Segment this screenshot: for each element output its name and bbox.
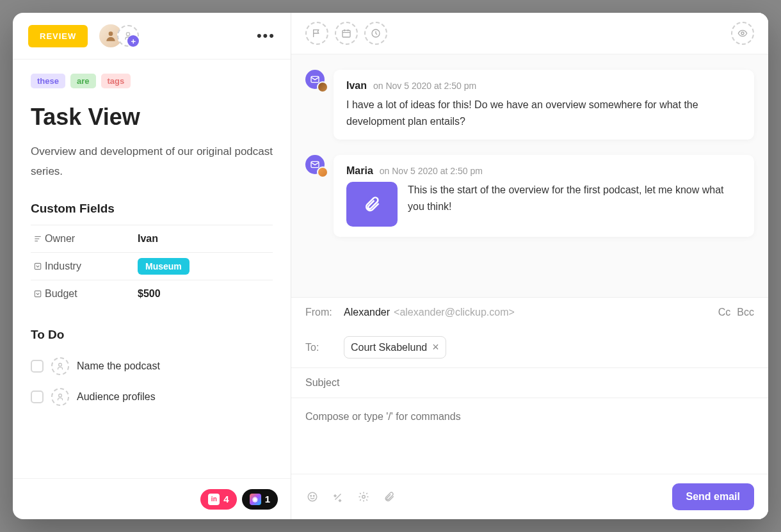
tag[interactable]: these bbox=[31, 74, 65, 88]
todo-heading: To Do bbox=[31, 328, 273, 342]
figma-count: 1 bbox=[265, 494, 270, 504]
left-header: REVIEW + ••• bbox=[13, 13, 291, 60]
compose-footer: Send email bbox=[291, 474, 768, 519]
plus-icon: + bbox=[127, 35, 139, 47]
left-pane: REVIEW + ••• these are tags Task View Ov… bbox=[13, 13, 291, 519]
message-meta: on Nov 5 2020 at 2:50 pm bbox=[373, 81, 476, 91]
message-avatar bbox=[305, 155, 325, 174]
message-body: I have a lot of ideas for this! Do we ha… bbox=[346, 97, 741, 129]
message: Ivan on Nov 5 2020 at 2:50 pm I have a l… bbox=[305, 70, 754, 140]
svg-point-19 bbox=[314, 496, 315, 497]
user-avatar-mini bbox=[317, 166, 328, 178]
custom-field-row: Industry Museum bbox=[31, 252, 273, 280]
invision-chip[interactable]: in 4 bbox=[200, 489, 236, 510]
svg-point-17 bbox=[308, 492, 317, 501]
industry-pill[interactable]: Museum bbox=[138, 258, 189, 275]
todo-item: Audience profiles bbox=[31, 382, 273, 412]
invision-count: 4 bbox=[223, 494, 229, 504]
time-icon[interactable] bbox=[364, 22, 387, 45]
figma-icon: ◉ bbox=[250, 494, 261, 505]
tag-list: these are tags bbox=[31, 74, 273, 88]
custom-field-label: Budget bbox=[45, 288, 138, 300]
custom-field-value[interactable]: $500 bbox=[138, 288, 161, 300]
custom-fields-heading: Custom Fields bbox=[31, 202, 273, 216]
checkbox[interactable] bbox=[31, 360, 44, 373]
add-assignee-button[interactable]: + bbox=[117, 25, 139, 47]
cc-button[interactable]: Cc bbox=[718, 307, 731, 318]
text-icon bbox=[31, 234, 45, 243]
svg-rect-5 bbox=[35, 264, 40, 270]
todo-text[interactable]: Name the podcast bbox=[77, 360, 160, 372]
todo-item: Name the podcast bbox=[31, 351, 273, 382]
tag[interactable]: tags bbox=[101, 74, 131, 88]
custom-field-row: Budget $500 bbox=[31, 280, 273, 307]
svg-point-14 bbox=[741, 32, 744, 35]
attachment-icon[interactable] bbox=[346, 182, 398, 227]
right-header bbox=[291, 13, 768, 54]
message-body: This is the start of the overview for th… bbox=[408, 182, 741, 214]
svg-point-20 bbox=[362, 496, 366, 499]
assign-todo-button[interactable] bbox=[51, 357, 69, 375]
message-author: Maria bbox=[346, 165, 373, 177]
custom-fields-table: Owner Ivan Industry Museum Budget $500 bbox=[31, 225, 273, 307]
recipient-name: Court Skabelund bbox=[351, 342, 427, 353]
emoji-icon[interactable] bbox=[305, 490, 319, 504]
compose-from-row: From: Alexander <alexander@clickup.com> … bbox=[291, 298, 768, 327]
calendar-icon[interactable] bbox=[335, 22, 358, 45]
from-name[interactable]: Alexander bbox=[344, 307, 390, 318]
custom-field-label: Industry bbox=[45, 261, 138, 272]
message: Maria on Nov 5 2020 at 2:50 pm This is t… bbox=[305, 155, 754, 237]
compose-body-input[interactable] bbox=[305, 411, 754, 423]
flag-icon[interactable] bbox=[305, 22, 328, 45]
task-description[interactable]: Overview and development of our original… bbox=[31, 142, 273, 181]
user-avatar-mini bbox=[317, 81, 328, 93]
from-email: <alexander@clickup.com> bbox=[394, 307, 515, 318]
dropdown-icon bbox=[31, 262, 45, 271]
message-author: Ivan bbox=[346, 80, 367, 92]
svg-rect-9 bbox=[342, 30, 350, 37]
message-avatar bbox=[305, 70, 325, 89]
bcc-button[interactable]: Bcc bbox=[737, 307, 754, 318]
tag[interactable]: are bbox=[70, 74, 96, 88]
conversation: Ivan on Nov 5 2020 at 2:50 pm I have a l… bbox=[291, 54, 768, 297]
attach-icon[interactable] bbox=[382, 490, 396, 504]
from-label: From: bbox=[305, 307, 344, 318]
gear-icon[interactable] bbox=[357, 490, 371, 504]
svg-point-0 bbox=[109, 31, 113, 36]
task-title[interactable]: Task View bbox=[31, 104, 273, 131]
left-footer: in 4 ◉ 1 bbox=[13, 478, 291, 519]
message-meta: on Nov 5 2020 at 2:50 pm bbox=[380, 166, 483, 176]
recipient-chip[interactable]: Court Skabelund × bbox=[344, 336, 446, 359]
right-pane: Ivan on Nov 5 2020 at 2:50 pm I have a l… bbox=[291, 13, 768, 519]
custom-field-value[interactable]: Ivan bbox=[138, 233, 158, 245]
send-email-button[interactable]: Send email bbox=[672, 483, 754, 510]
invision-icon: in bbox=[208, 494, 220, 505]
remove-recipient-icon[interactable]: × bbox=[432, 341, 439, 354]
watch-icon[interactable] bbox=[731, 22, 754, 45]
checkbox[interactable] bbox=[31, 391, 44, 403]
custom-field-label: Owner bbox=[45, 233, 138, 245]
message-card[interactable]: Ivan on Nov 5 2020 at 2:50 pm I have a l… bbox=[334, 70, 754, 140]
compose-to-row: To: Court Skabelund × bbox=[291, 327, 768, 367]
todo-text[interactable]: Audience profiles bbox=[77, 391, 156, 403]
subject-input[interactable] bbox=[305, 377, 754, 389]
ai-icon[interactable] bbox=[331, 490, 345, 504]
assignee-group: + bbox=[99, 24, 139, 47]
svg-point-7 bbox=[59, 364, 62, 367]
svg-point-8 bbox=[59, 394, 62, 398]
message-card[interactable]: Maria on Nov 5 2020 at 2:50 pm This is t… bbox=[334, 155, 754, 237]
task-modal: REVIEW + ••• these are tags Task View Ov… bbox=[13, 13, 768, 519]
todo-list: Name the podcast Audience profiles bbox=[31, 351, 273, 412]
status-badge[interactable]: REVIEW bbox=[28, 25, 88, 47]
more-menu-button[interactable]: ••• bbox=[257, 28, 275, 44]
left-content: these are tags Task View Overview and de… bbox=[13, 60, 291, 478]
compose-body-row bbox=[291, 398, 768, 474]
figma-chip[interactable]: ◉ 1 bbox=[242, 489, 278, 510]
to-label: To: bbox=[305, 342, 344, 353]
custom-field-row: Owner Ivan bbox=[31, 225, 273, 252]
svg-rect-6 bbox=[35, 291, 40, 297]
svg-point-18 bbox=[310, 496, 312, 497]
compose-area: From: Alexander <alexander@clickup.com> … bbox=[291, 297, 768, 519]
assign-todo-button[interactable] bbox=[51, 388, 69, 406]
dropdown-icon bbox=[31, 289, 45, 298]
